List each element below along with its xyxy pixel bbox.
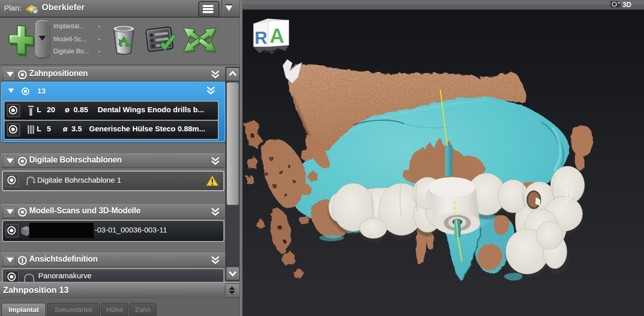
svg-text:R: R [255, 28, 267, 47]
svg-text:A: A [270, 25, 284, 47]
svg-text:3D: 3D [622, 1, 631, 9]
